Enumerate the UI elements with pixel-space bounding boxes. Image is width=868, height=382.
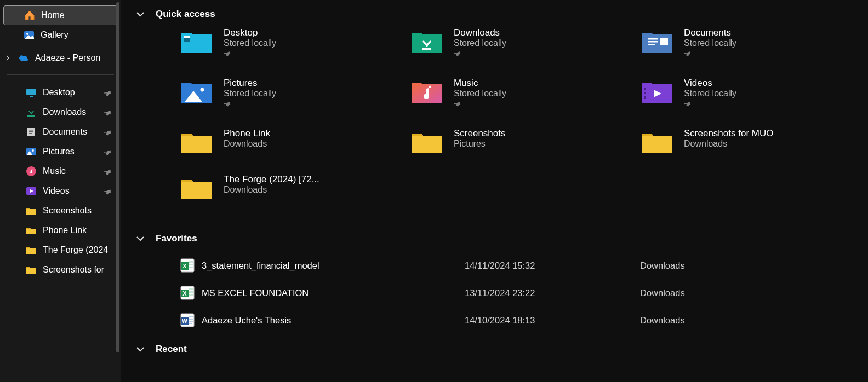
content-pane: Quick access Desktop Stored locally Down… xyxy=(121,0,868,382)
sidebar-item-desktop[interactable]: Desktop xyxy=(3,83,117,102)
file-date: 13/11/2024 23:22 xyxy=(465,288,640,298)
sidebar-item-gallery[interactable]: Gallery xyxy=(3,25,117,45)
file-name: 3_statement_financial_model xyxy=(202,261,465,271)
favorite-file[interactable]: Adaeze Uche's Thesis 14/10/2024 18:13 Do… xyxy=(180,306,857,334)
quick-access-downloads[interactable]: Downloads Stored locally xyxy=(410,27,640,74)
pin-icon xyxy=(104,89,112,97)
sidebar-divider xyxy=(7,74,114,75)
quick-access-phone-link[interactable]: Phone Link Downloads xyxy=(180,128,410,171)
sidebar-item-pictures[interactable]: Pictures xyxy=(3,142,117,161)
sidebar-item-phone-link[interactable]: Phone Link xyxy=(3,221,117,240)
sidebar-item-label: Screenshots xyxy=(43,206,92,216)
sidebar-item-label: Screenshots for xyxy=(43,265,104,275)
folder-title: Desktop xyxy=(224,27,276,38)
sidebar-item-label: Downloads xyxy=(43,107,86,117)
favorite-file[interactable]: 3_statement_financial_model 14/11/2024 1… xyxy=(180,252,857,279)
navigation-pane: Home Gallery Adaeze - Person Desktop Dow… xyxy=(0,0,121,382)
pin-icon xyxy=(224,100,276,107)
folder-subtitle: Stored locally xyxy=(224,38,276,48)
folder-subtitle: Stored locally xyxy=(224,89,276,99)
sidebar-item-label: Phone Link xyxy=(43,225,87,235)
pin-icon xyxy=(104,148,112,156)
home-icon xyxy=(24,9,36,21)
folder-subtitle: Stored locally xyxy=(684,89,736,99)
sidebar-item-label: The Forge (2024 xyxy=(43,245,108,255)
sidebar-item-label: Pictures xyxy=(43,147,75,157)
folder-icon xyxy=(25,205,37,217)
quick-access-screenshots[interactable]: Screenshots Pictures xyxy=(410,128,640,171)
gallery-icon xyxy=(23,29,35,41)
sidebar-item-label: Desktop xyxy=(43,88,75,97)
folder-title: Downloads xyxy=(454,27,506,38)
section-label: Recent xyxy=(156,344,187,355)
file-location: Downloads xyxy=(640,288,857,298)
quick-access-screenshots-for-muo[interactable]: Screenshots for MUO Downloads xyxy=(640,128,868,171)
pin-icon xyxy=(454,100,506,107)
file-location: Downloads xyxy=(640,261,857,271)
section-quick-access[interactable]: Quick access xyxy=(135,9,857,20)
sidebar-item-videos[interactable]: Videos xyxy=(3,181,117,201)
sidebar-item-label: Adaeze - Person xyxy=(35,53,100,63)
sidebar-item-screenshots[interactable]: Screenshots xyxy=(3,201,117,221)
quick-access-desktop[interactable]: Desktop Stored locally xyxy=(180,27,410,74)
videos-lg-icon xyxy=(640,78,674,105)
folder-lg-icon xyxy=(180,174,214,201)
file-date: 14/10/2024 18:13 xyxy=(465,315,640,326)
sidebar-scrollbar[interactable] xyxy=(116,2,119,352)
file-name: MS EXCEL FOUNDATION xyxy=(202,288,465,298)
sidebar-item-onedrive[interactable]: Adaeze - Person xyxy=(3,48,117,68)
sidebar-item-label: Videos xyxy=(43,186,70,196)
pin-icon xyxy=(104,108,112,117)
folder-title: Screenshots for MUO xyxy=(684,128,773,139)
sidebar-item-label: Home xyxy=(41,10,65,20)
pin-icon xyxy=(684,100,736,107)
folder-lg-icon xyxy=(640,128,674,155)
folder-title: The Forge (2024) [72... xyxy=(224,174,319,185)
folder-title: Phone Link xyxy=(224,128,270,139)
pin-icon xyxy=(224,49,276,57)
quick-access-music[interactable]: Music Stored locally xyxy=(410,78,640,125)
documents-icon xyxy=(25,126,37,138)
music-icon xyxy=(25,165,37,177)
folder-icon xyxy=(25,264,37,276)
file-name: Adaeze Uche's Thesis xyxy=(202,315,465,326)
chevron-down-icon[interactable] xyxy=(135,344,146,355)
pictures-icon xyxy=(25,146,37,158)
excel-file-icon xyxy=(180,258,195,273)
quick-access-pictures[interactable]: Pictures Stored locally xyxy=(180,78,410,125)
sidebar-item-music[interactable]: Music xyxy=(3,161,117,181)
folder-title: Documents xyxy=(684,27,736,38)
quick-access-documents[interactable]: Documents Stored locally xyxy=(640,27,868,74)
folder-subtitle: Downloads xyxy=(224,185,319,195)
sidebar-item-screenshots-for[interactable]: Screenshots for xyxy=(3,260,117,280)
videos-icon xyxy=(25,185,37,197)
sidebar-item-home[interactable]: Home xyxy=(3,5,117,25)
folder-subtitle: Stored locally xyxy=(454,38,506,48)
folder-lg-icon xyxy=(410,128,444,155)
pin-icon xyxy=(104,167,112,176)
quick-access-videos[interactable]: Videos Stored locally xyxy=(640,78,868,125)
file-location: Downloads xyxy=(640,315,857,326)
sidebar-item-downloads[interactable]: Downloads xyxy=(3,102,117,122)
downloads-icon xyxy=(25,106,37,118)
documents-lg-icon xyxy=(640,27,674,55)
folder-title: Screenshots xyxy=(454,128,506,139)
section-favorites[interactable]: Favorites xyxy=(135,233,857,244)
downloads-lg-icon xyxy=(410,27,444,55)
pin-icon xyxy=(454,49,506,57)
chevron-down-icon[interactable] xyxy=(135,9,146,20)
chevron-right-icon[interactable] xyxy=(3,54,12,62)
sidebar-item-label: Music xyxy=(43,166,66,176)
favorite-file[interactable]: MS EXCEL FOUNDATION 13/11/2024 23:22 Dow… xyxy=(180,279,857,306)
desktop-lg-icon xyxy=(180,27,214,55)
music-lg-icon xyxy=(410,78,444,105)
word-file-icon xyxy=(180,312,195,328)
sidebar-item-documents[interactable]: Documents xyxy=(3,122,117,142)
chevron-down-icon[interactable] xyxy=(135,233,146,244)
section-recent[interactable]: Recent xyxy=(135,344,857,355)
pin-icon xyxy=(104,128,112,136)
sidebar-item-the-forge-2024[interactable]: The Forge (2024 xyxy=(3,240,117,260)
excel-file-icon xyxy=(180,285,195,300)
folder-subtitle: Downloads xyxy=(224,139,270,149)
quick-access-the-forge-2024-72-[interactable]: The Forge (2024) [72... Downloads xyxy=(180,174,410,217)
